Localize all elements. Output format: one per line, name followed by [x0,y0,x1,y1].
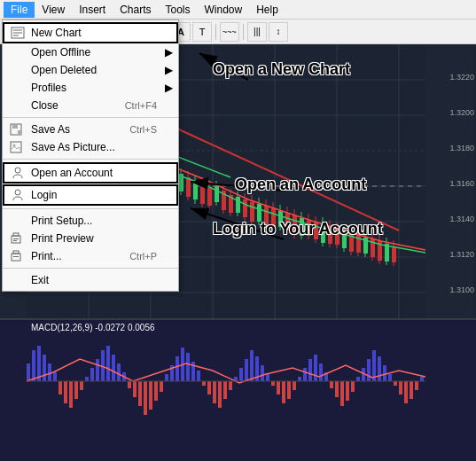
svg-rect-137 [43,355,46,381]
menu-help[interactable]: Help [249,2,285,18]
login-icon [10,187,26,203]
svg-rect-184 [293,381,296,390]
svg-rect-164 [186,353,190,381]
svg-rect-187 [308,359,312,381]
svg-rect-154 [133,381,137,397]
svg-rect-204 [399,381,402,395]
app-container: File View Insert Charts Tools Window Hel… [0,0,476,461]
svg-rect-181 [277,381,280,395]
menu-item-save-as[interactable]: Save As Ctrl+S [3,121,178,138]
menubar: File View Insert Charts Tools Window Hel… [0,0,476,20]
svg-rect-156 [144,381,147,415]
svg-rect-203 [394,381,397,386]
menu-sep-1 [3,117,178,118]
svg-rect-172 [229,381,232,390]
svg-rect-189 [319,363,323,381]
svg-rect-149 [106,346,110,381]
print-shortcut: Ctrl+P [112,251,157,262]
svg-rect-193 [340,381,344,406]
menu-window[interactable]: Window [198,2,250,18]
file-dropdown-menu: New Chart Open Offline ▶ Open Deleted ▶ … [2,20,179,292]
menu-item-close[interactable]: Close Ctrl+F4 [3,97,178,114]
open-offline-arrow: ▶ [165,46,173,59]
svg-text:MACD(12,26,9)  -0.0272  0.0056: MACD(12,26,9) -0.0272 0.0056 [31,323,155,332]
svg-point-220 [15,190,20,195]
toolbar-sep-4 [215,24,216,40]
svg-rect-157 [149,381,152,410]
open-account-label: Open an Account [31,167,113,179]
svg-rect-175 [245,359,248,381]
menu-item-save-as-picture[interactable]: Save As Picture... [3,138,178,156]
svg-rect-200 [378,356,381,381]
svg-rect-168 [207,381,211,395]
open-deleted-label: Open Deleted [31,64,97,76]
svg-rect-179 [266,374,269,381]
save-as-shortcut: Ctrl+S [112,124,157,135]
menu-file[interactable]: File [4,2,35,18]
menu-sep-2 [3,159,178,160]
svg-rect-185 [298,377,301,381]
open-account-icon [10,165,26,181]
print-icon [8,248,24,264]
menu-item-profiles[interactable]: Profiles ▶ [3,79,178,97]
svg-rect-166 [197,371,200,381]
svg-rect-217 [11,142,21,152]
menu-item-open-account[interactable]: Open an Account [3,162,178,184]
svg-rect-224 [13,240,17,241]
svg-rect-186 [303,368,307,381]
svg-rect-167 [202,381,206,386]
svg-rect-226 [13,251,19,254]
close-label: Close [31,99,59,112]
svg-rect-191 [330,381,333,388]
bar-btn[interactable]: ↕ [269,22,288,42]
login-label: Login [31,189,57,201]
menu-charts[interactable]: Charts [113,2,158,18]
svg-rect-178 [261,365,264,381]
save-picture-icon [8,139,24,155]
svg-rect-196 [356,377,360,381]
new-chart-label: New Chart [31,27,82,39]
svg-rect-151 [117,363,121,381]
svg-text:1.3220: 1.3220 [449,73,474,82]
svg-rect-206 [410,381,413,399]
save-as-icon [8,121,24,137]
save-as-label: Save As [31,123,70,136]
close-shortcut: Ctrl+F4 [107,100,157,111]
open-offline-label: Open Offline [31,46,90,59]
svg-rect-142 [69,381,73,408]
toolbar-sep-5 [243,24,244,40]
indicator-btn[interactable]: ~~~ [220,22,239,42]
menu-item-print-preview[interactable]: Print Preview [3,230,178,247]
print-preview-icon [8,230,24,246]
open-deleted-arrow: ▶ [165,64,173,76]
save-as-picture-label: Save As Picture... [31,141,115,153]
svg-rect-147 [96,359,99,381]
svg-rect-134 [27,363,30,381]
svg-text:1.3140: 1.3140 [449,215,474,223]
svg-rect-169 [213,381,216,403]
svg-rect-201 [383,365,386,381]
svg-text:1.3160: 1.3160 [449,179,474,188]
svg-rect-227 [13,256,19,257]
menu-tools[interactable]: Tools [159,2,198,18]
profiles-arrow: ▶ [165,82,173,94]
menu-item-exit[interactable]: Exit [3,271,178,289]
menu-item-print-setup[interactable]: Print Setup... [3,212,178,230]
menu-item-print[interactable]: Print... Ctrl+P [3,247,178,265]
menu-item-login[interactable]: Login [3,184,178,206]
menu-item-open-offline[interactable]: Open Offline ▶ [3,43,178,61]
svg-rect-143 [74,381,78,399]
svg-rect-158 [154,381,158,401]
text2-btn[interactable]: T [192,22,212,42]
menu-item-new-chart[interactable]: New Chart [3,22,178,43]
svg-text:1.3100: 1.3100 [449,285,474,294]
profiles-label: Profiles [31,82,66,94]
menu-item-open-deleted[interactable]: Open Deleted ▶ [3,61,178,79]
svg-rect-146 [90,368,94,381]
svg-rect-140 [59,381,62,395]
menu-view[interactable]: View [35,2,72,18]
chart-type-btn[interactable]: ||| [247,22,267,42]
menu-insert[interactable]: Insert [72,2,113,18]
svg-rect-194 [346,381,349,401]
new-chart-icon [10,25,26,41]
